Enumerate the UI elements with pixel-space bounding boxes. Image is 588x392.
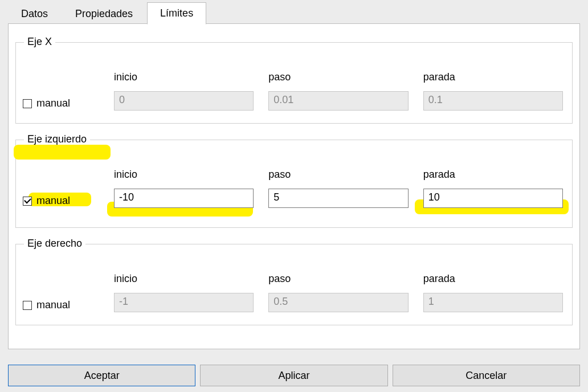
eje-izq-inicio-field: inicio -10 [114, 169, 268, 208]
aplicar-button-label: Aplicar [278, 370, 309, 382]
cancelar-button-label: Cancelar [466, 370, 507, 382]
eje-der-paso-label: paso [268, 273, 408, 285]
eje-der-inicio-field: inicio -1 [114, 273, 268, 312]
tab-datos-label: Datos [21, 8, 48, 19]
eje-izq-inicio-value: -10 [119, 191, 134, 203]
eje-izq-paso-input[interactable]: 5 [268, 189, 408, 208]
group-eje-derecho: Eje derecho manual inicio -1 paso 0.5 [15, 244, 573, 325]
eje-x-manual-cell: manual [23, 97, 114, 111]
eje-izq-inicio-label: inicio [114, 169, 254, 181]
eje-der-inicio-input[interactable]: -1 [114, 293, 254, 312]
eje-der-parada-label: parada [423, 273, 563, 285]
eje-izq-paso-field: paso 5 [268, 169, 423, 208]
tab-bar: Datos Propiedades Límites [8, 1, 207, 24]
group-eje-derecho-title: Eje derecho [24, 238, 85, 250]
eje-x-parada-value: 0.1 [428, 94, 443, 105]
tab-limites[interactable]: Límites [147, 2, 206, 24]
eje-izq-paso-label: paso [268, 169, 408, 181]
tab-propiedades-label: Propiedades [75, 8, 133, 19]
eje-der-manual-label: manual [36, 299, 70, 311]
group-eje-izquierdo-title: Eje izquierdo [24, 133, 90, 145]
eje-der-parada-field: parada 1 [423, 273, 565, 312]
group-eje-x-title: Eje X [24, 36, 55, 48]
eje-x-inicio-field: inicio 0 [114, 71, 268, 111]
eje-der-parada-value: 1 [428, 296, 434, 307]
eje-der-manual-cell: manual [23, 299, 114, 312]
eje-izq-manual-checkbox[interactable] [23, 197, 32, 206]
eje-der-parada-input[interactable]: 1 [423, 293, 563, 312]
eje-izq-parada-value: 10 [428, 191, 440, 203]
highlight-mark [14, 145, 111, 160]
eje-der-manual-checkbox[interactable] [23, 301, 32, 310]
group-eje-x: Eje X manual inicio 0 paso 0.01 [15, 42, 573, 124]
eje-x-parada-field: parada 0.1 [423, 71, 565, 111]
tab-limites-label: Límites [160, 7, 193, 19]
eje-x-paso-input[interactable]: 0.01 [268, 91, 408, 111]
eje-izq-paso-value: 5 [273, 191, 279, 203]
eje-x-parada-label: parada [423, 71, 563, 83]
eje-der-inicio-label: inicio [114, 273, 254, 285]
eje-izq-manual-cell: manual [23, 195, 114, 208]
eje-izq-manual-label: manual [36, 195, 70, 207]
tab-datos[interactable]: Datos [8, 3, 61, 24]
group-eje-izquierdo-row: manual inicio -10 paso 5 parada [23, 169, 565, 208]
eje-x-paso-label: paso [268, 71, 408, 83]
eje-der-inicio-value: -1 [119, 296, 128, 307]
eje-x-inicio-value: 0 [119, 94, 125, 105]
aceptar-button-label: Aceptar [84, 370, 120, 382]
eje-der-paso-input[interactable]: 0.5 [268, 293, 408, 312]
eje-x-paso-field: paso 0.01 [268, 71, 423, 111]
eje-izq-parada-input[interactable]: 10 [423, 189, 563, 208]
dialog-button-bar: Aceptar Aplicar Cancelar [8, 365, 580, 386]
cancelar-button[interactable]: Cancelar [393, 365, 580, 386]
eje-x-paso-value: 0.01 [273, 94, 293, 105]
aceptar-button[interactable]: Aceptar [8, 365, 195, 386]
group-eje-derecho-row: manual inicio -1 paso 0.5 parada [23, 273, 565, 312]
tab-page-limites: Eje X manual inicio 0 paso 0.01 [8, 23, 580, 349]
eje-der-paso-field: paso 0.5 [268, 273, 423, 312]
eje-x-manual-label: manual [36, 97, 70, 109]
eje-x-manual-checkbox[interactable] [23, 99, 32, 108]
dialog-window: Datos Propiedades Límites Eje X manual i… [0, 0, 588, 392]
eje-x-parada-input[interactable]: 0.1 [423, 91, 563, 111]
eje-izq-parada-field: parada 10 [423, 169, 565, 208]
tab-propiedades[interactable]: Propiedades [62, 3, 146, 24]
eje-x-inicio-label: inicio [114, 71, 254, 83]
aplicar-button[interactable]: Aplicar [200, 365, 387, 386]
group-eje-x-row: manual inicio 0 paso 0.01 parada [23, 71, 565, 111]
eje-izq-parada-label: parada [423, 169, 563, 181]
eje-izq-inicio-input[interactable]: -10 [114, 189, 254, 208]
eje-x-inicio-input[interactable]: 0 [114, 91, 254, 111]
eje-der-paso-value: 0.5 [273, 296, 288, 307]
group-eje-izquierdo: Eje izquierdo manual inicio -10 paso [15, 140, 573, 228]
